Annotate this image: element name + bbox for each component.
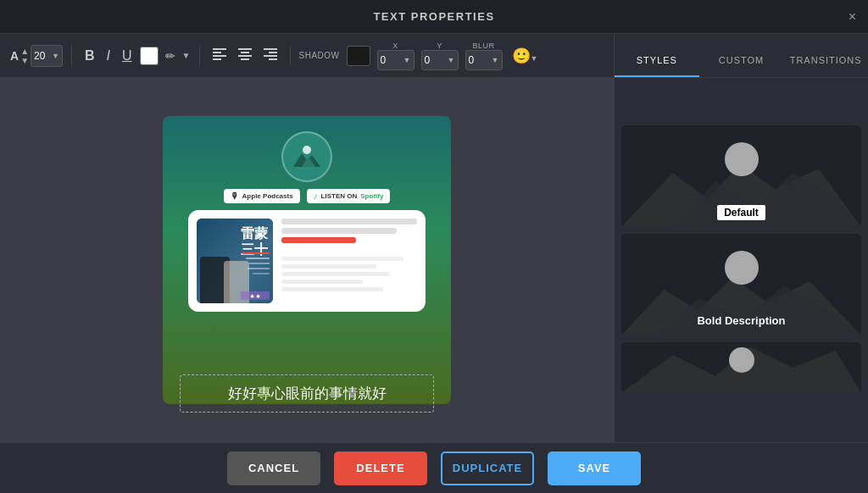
svg-rect-7	[241, 58, 249, 60]
save-button[interactable]: SAVE	[548, 451, 641, 485]
emoji-button[interactable]: 🙂▼	[508, 45, 542, 67]
tab-custom[interactable]: CUSTOM	[699, 48, 784, 77]
svg-rect-4	[238, 48, 252, 50]
italic-button[interactable]: I	[103, 47, 114, 65]
svg-rect-5	[241, 52, 249, 53]
spotify-badge: ♪ LISTEN ON Spotify	[307, 189, 391, 203]
cancel-button[interactable]: CANCEL	[227, 451, 320, 485]
episode-thumbnail: 雷蒙 三十 ✱ ✱	[197, 219, 273, 303]
align-center-button[interactable]	[234, 46, 256, 65]
style-circle-bold	[725, 251, 759, 285]
align-left-button[interactable]	[209, 46, 231, 65]
svg-rect-9	[269, 52, 277, 53]
text-format-group: B I U ✏ ▼	[81, 47, 199, 65]
text-overlay[interactable]: 好好專心眼前的事情就好	[180, 374, 434, 413]
font-size-decrement-icon[interactable]: ▲▼	[20, 47, 29, 65]
y-input[interactable]: 0 ▼	[421, 50, 459, 70]
style-card-default[interactable]: Default	[621, 125, 861, 227]
x-label: X	[392, 42, 398, 50]
y-label: Y	[437, 42, 442, 50]
svg-point-15	[303, 146, 311, 154]
styles-panel: Default Bold Description	[614, 78, 868, 442]
chevron-icon[interactable]: ▼	[182, 51, 191, 60]
x-control: X 0 ▼	[377, 42, 415, 70]
dialog-title: TEXT PROPERTIES	[373, 10, 494, 23]
y-control: Y 0 ▼	[421, 42, 459, 70]
brush-icon[interactable]: ✏	[162, 47, 179, 64]
poster-preview: 🎙 Apple Podcasts ♪ LISTEN ON Spotify	[163, 116, 451, 404]
font-label: A	[10, 49, 19, 63]
episode-info	[281, 219, 417, 303]
style-label-bold: Bold Description	[697, 314, 785, 327]
svg-rect-2	[213, 55, 226, 57]
text-overlay-content: 好好專心眼前的事情就好	[228, 385, 387, 402]
tabs-bar: STYLES CUSTOM TRANSITIONS	[614, 34, 868, 78]
shadow-color-swatch[interactable]	[347, 46, 370, 66]
svg-rect-0	[213, 48, 226, 50]
close-button[interactable]: ×	[849, 9, 856, 25]
underline-button[interactable]: U	[118, 47, 136, 65]
svg-point-12	[290, 140, 324, 174]
canvas-area: 🎙 Apple Podcasts ♪ LISTEN ON Spotify	[0, 78, 614, 442]
bottom-bar: CANCEL DELETE DUPLICATE SAVE	[0, 442, 868, 493]
svg-rect-8	[264, 48, 277, 50]
svg-marker-17	[673, 173, 861, 227]
alignment-group	[209, 46, 291, 65]
x-input[interactable]: 0 ▼	[377, 50, 415, 70]
style-label-default: Default	[717, 207, 765, 219]
blur-label: BLUR	[473, 42, 495, 50]
delete-button[interactable]: DELETE	[334, 451, 427, 485]
svg-rect-11	[269, 58, 277, 60]
blur-control: BLUR 0 ▼	[465, 42, 503, 70]
podcast-badges: 🎙 Apple Podcasts ♪ LISTEN ON Spotify	[224, 189, 391, 203]
duplicate-button[interactable]: DUPLICATE	[441, 451, 534, 485]
style-circle-third	[729, 347, 754, 373]
episode-card: 雷蒙 三十 ✱ ✱	[188, 210, 426, 312]
title-bar: TEXT PROPERTIES ×	[0, 0, 868, 34]
svg-rect-10	[264, 55, 277, 57]
svg-rect-1	[213, 52, 221, 53]
blur-input[interactable]: 0 ▼	[465, 50, 503, 70]
style-card-bold[interactable]: Bold Description	[621, 234, 861, 335]
style-circle-default	[725, 142, 759, 176]
align-right-button[interactable]	[259, 46, 281, 65]
podcast-logo	[281, 131, 332, 182]
svg-rect-3	[213, 58, 221, 60]
bold-button[interactable]: B	[81, 47, 99, 65]
svg-rect-6	[238, 55, 252, 57]
font-size-input[interactable]: 20 ▼	[31, 45, 63, 67]
shadow-group: SHADOW X 0 ▼ Y 0 ▼ BLUR 0 ▼	[299, 42, 503, 70]
shadow-label: SHADOW	[299, 51, 340, 60]
text-color-swatch[interactable]	[140, 47, 159, 65]
episode-text-lines	[281, 219, 417, 291]
style-card-third[interactable]	[621, 342, 861, 393]
tab-transitions[interactable]: TRANSITIONS	[783, 48, 868, 77]
tab-styles[interactable]: STYLES	[615, 48, 699, 77]
font-size-group: A ▲▼ 20 ▼	[10, 45, 72, 67]
main-content: 🎙 Apple Podcasts ♪ LISTEN ON Spotify	[0, 78, 868, 442]
apple-podcasts-badge: 🎙 Apple Podcasts	[224, 189, 300, 203]
